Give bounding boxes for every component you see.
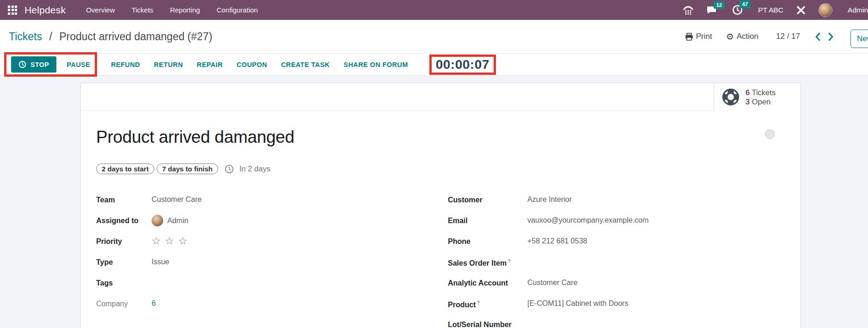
user-avatar[interactable] (819, 3, 832, 17)
ticket-title[interactable]: Product arrived damanged (96, 128, 294, 147)
main-menu: Overview Tickets Reporting Configuration (86, 6, 258, 14)
company-value[interactable]: 6 (152, 299, 355, 308)
lifebuoy-icon (722, 88, 740, 106)
menu-tickets[interactable]: Tickets (132, 6, 153, 14)
sheet-toolbar: 6 Tickets 3 Open (81, 83, 801, 111)
field-label: Company (96, 299, 152, 308)
menu-configuration[interactable]: Configuration (217, 6, 258, 14)
email-value[interactable]: vauxoo@yourcompany.example.com (527, 216, 771, 225)
coupon-button[interactable]: COUPON (237, 61, 267, 68)
return-button[interactable]: RETURN (154, 61, 183, 68)
team-value[interactable]: Customer Care (152, 195, 355, 204)
repair-button[interactable]: REPAIR (197, 61, 223, 68)
stop-timer-button[interactable]: STOP (11, 56, 56, 73)
action-label: Action (737, 32, 758, 41)
priority-star-icon[interactable]: ☆ (178, 236, 187, 246)
gear-icon: ⚙ (726, 32, 734, 41)
open-count-label: Open (752, 97, 770, 106)
customer-value[interactable]: Azure Interior (527, 195, 771, 204)
sla-badge-finish: 7 days to finish (157, 164, 218, 174)
type-value[interactable]: Issue (152, 258, 355, 266)
refund-button[interactable]: REFUND (111, 61, 140, 68)
user-name[interactable]: Admin (837, 6, 868, 14)
field-label: Analytic Account (448, 279, 527, 287)
open-count: 3 (746, 97, 750, 106)
print-button[interactable]: Print (685, 32, 712, 41)
field-priority: Priority ☆ ☆ ☆ (96, 237, 355, 258)
field-label: Team (96, 195, 152, 204)
field-label: Priority (96, 237, 152, 246)
ticket-form-sheet: 6 Tickets 3 Open Product arrived damange… (80, 83, 801, 328)
help-icon[interactable]: ? (507, 258, 511, 264)
stop-clock-icon (18, 61, 26, 68)
field-label: Tags (96, 279, 152, 287)
debug-tools-icon[interactable] (796, 5, 806, 15)
apps-grid-icon[interactable] (8, 6, 17, 15)
analytic-account-value[interactable]: Customer Care (527, 279, 771, 287)
topbar-systray: 12 47 PT ABC Admin (683, 3, 868, 17)
company-switcher[interactable]: PT ABC (758, 6, 783, 14)
annotation-box-timer: 00:00:07 (429, 55, 496, 75)
breadcrumb-tickets-link[interactable]: Tickets (9, 30, 42, 43)
priority-star-icon[interactable]: ☆ (152, 236, 161, 246)
field-lot-serial-number: Lot/Serial Number (448, 320, 771, 328)
breadcrumb: Tickets / Product arrived damanged (#27) (9, 30, 212, 43)
field-team: Team Customer Care (96, 195, 355, 216)
tickets-count-label: Tickets (752, 88, 776, 97)
tickets-stat-button[interactable]: 6 Tickets 3 Open (714, 83, 801, 111)
pager-next-icon[interactable] (828, 32, 834, 41)
field-customer: Customer Azure Interior (448, 195, 771, 216)
menu-overview[interactable]: Overview (86, 6, 115, 14)
field-company: Company 6 (96, 299, 355, 320)
field-product: Product? [E-COM11] Cabinet with Doors (448, 299, 771, 320)
action-menu-button[interactable]: ⚙ Action (726, 32, 758, 41)
field-label: Email (448, 216, 527, 225)
field-label: Assigned to (96, 216, 152, 225)
control-panel-actions: Print ⚙ Action 12 / 17 (685, 20, 834, 53)
field-type: Type Issue (96, 258, 355, 279)
create-task-button[interactable]: CREATE TASK (281, 61, 330, 68)
pager-counter: 12 / 17 (776, 32, 800, 41)
messages-count-badge: 12 (714, 1, 724, 9)
fields-column-right: Customer Azure Interior Email vauxoo@you… (448, 195, 771, 328)
new-record-button[interactable]: New (850, 30, 868, 48)
content-area: 6 Tickets 3 Open Product arrived damange… (0, 75, 868, 328)
phone-value[interactable]: +58 212 681 0538 (527, 237, 771, 245)
field-label: Phone (448, 237, 527, 246)
field-analytic-account: Analytic Account Customer Care (448, 279, 771, 299)
priority-star-icon[interactable]: ☆ (165, 236, 174, 246)
deadline-text: In 2 days (239, 164, 270, 173)
helpdesk-ticket-screen: Helpdesk Overview Tickets Reporting Conf… (0, 0, 868, 328)
tickets-count: 6 (746, 88, 750, 97)
app-name[interactable]: Helpdesk (24, 5, 66, 16)
help-icon[interactable]: ? (477, 300, 480, 305)
field-label: Sales Order Item? (448, 258, 527, 267)
control-panel: Tickets / Product arrived damanged (#27)… (0, 20, 868, 54)
product-value[interactable]: [E-COM11] Cabinet with Doors (527, 299, 771, 308)
field-label: Lot/Serial Number (448, 320, 527, 328)
pager-previous-icon[interactable] (815, 32, 820, 41)
sla-badge-row: 2 days to start 7 days to finish In 2 da… (96, 164, 270, 174)
activities-clock-icon[interactable]: 47 (732, 5, 743, 15)
menu-reporting[interactable]: Reporting (170, 6, 200, 14)
printer-icon (685, 33, 693, 41)
share-on-forum-button[interactable]: SHARE ON FORUM (343, 61, 408, 68)
breadcrumb-current: Product arrived damanged (#27) (59, 30, 212, 43)
pause-timer-button[interactable]: PAUSE (67, 61, 90, 68)
pager-navigation (815, 32, 834, 41)
voip-phone-icon[interactable] (683, 5, 694, 15)
assignee-value[interactable]: Admin (167, 217, 188, 225)
deadline-clock-icon (225, 164, 234, 174)
breadcrumb-divider: / (49, 30, 52, 43)
field-label: Customer (448, 195, 527, 204)
messages-icon[interactable]: 12 (706, 6, 717, 15)
top-nav-bar: Helpdesk Overview Tickets Reporting Conf… (0, 0, 868, 20)
kanban-state-indicator[interactable] (765, 129, 775, 139)
field-email: Email vauxoo@yourcompany.example.com (448, 216, 771, 237)
sla-badge-start: 2 days to start (96, 164, 154, 174)
field-sales-order-item: Sales Order Item? (448, 258, 771, 279)
field-label: Type (96, 258, 152, 267)
action-button-bar: STOP PAUSE REFUND RETURN REPAIR COUPON C… (0, 54, 868, 75)
fields-column-left: Team Customer Care Assigned to Admin Pri… (96, 195, 355, 320)
timer-display: 00:00:07 (436, 57, 489, 72)
